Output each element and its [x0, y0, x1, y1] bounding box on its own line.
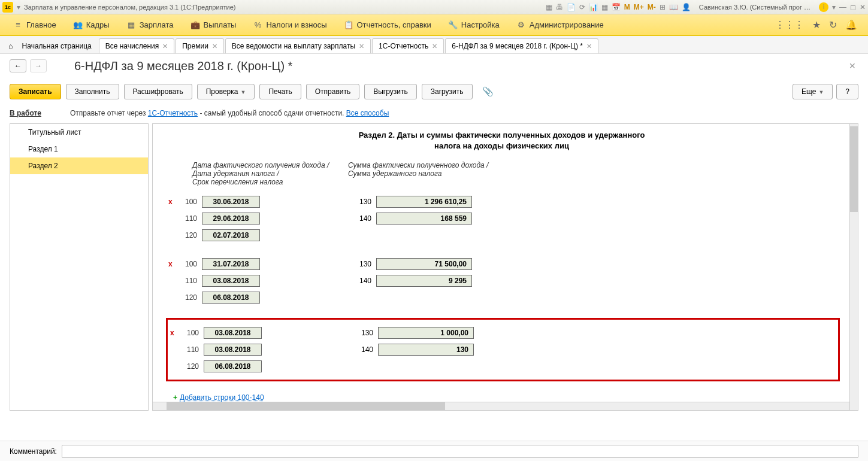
info-icon[interactable]: i — [819, 2, 828, 12]
bell-icon[interactable]: 🔔 — [845, 19, 857, 31]
minimize-icon[interactable]: — — [839, 3, 846, 11]
dropdown-icon[interactable]: ▾ — [17, 3, 20, 11]
history-icon[interactable]: ↻ — [829, 19, 837, 31]
close-document-icon[interactable]: ✕ — [846, 59, 858, 73]
data-block: x10030.06.20181301 296 610,2511029.06.20… — [168, 193, 840, 244]
comment-input[interactable] — [62, 445, 858, 458]
menu-payments[interactable]: 💼Выплаты — [182, 14, 245, 35]
star-icon[interactable]: ★ — [812, 19, 821, 31]
close-icon[interactable]: ✕ — [586, 43, 592, 50]
row-code: 140 — [353, 277, 371, 285]
toolbar-icon[interactable]: ▦ — [546, 3, 552, 11]
fill-button[interactable]: Заполнить — [66, 84, 119, 99]
row-code: 100 — [182, 329, 199, 337]
delete-icon[interactable]: x — [168, 260, 176, 268]
decode-button[interactable]: Расшифровать — [124, 84, 192, 99]
date-field[interactable]: 06.08.2018 — [204, 360, 262, 372]
menu-reports[interactable]: 📋Отчетность, справки — [335, 14, 440, 35]
close-icon[interactable]: ✕ — [359, 43, 364, 50]
delete-icon[interactable]: x — [168, 198, 176, 206]
help-button[interactable]: ? — [836, 84, 858, 99]
data-row: 11003.08.2018140130 — [170, 341, 836, 358]
amount-field[interactable]: 130 — [378, 344, 474, 356]
list-icon: ≡ — [13, 20, 23, 30]
check-button[interactable]: Проверка▼ — [197, 84, 255, 99]
amount-field[interactable]: 1 296 610,25 — [376, 196, 472, 208]
menu-taxes[interactable]: %Налоги и взносы — [244, 14, 335, 35]
m-plus-icon[interactable]: M+ — [634, 3, 644, 11]
menu-admin[interactable]: ⚙Администрирование — [508, 14, 612, 35]
all-methods-link[interactable]: Все способы — [346, 109, 389, 117]
home-icon: ⌂ — [8, 42, 13, 50]
amount-field[interactable]: 9 295 — [376, 275, 472, 287]
close-icon[interactable]: ✕ — [162, 43, 168, 50]
reload-icon[interactable]: ⟳ — [579, 3, 585, 11]
book-icon[interactable]: 📖 — [669, 3, 678, 11]
sidebar-item-section-2[interactable]: Раздел 2 — [10, 157, 148, 174]
vertical-scrollbar[interactable] — [849, 124, 858, 410]
row-code: 140 — [353, 214, 371, 223]
date-field[interactable]: 31.07.2018 — [202, 258, 260, 270]
window-title: Зарплата и управление персоналом, редакц… — [24, 4, 546, 11]
more-button[interactable]: Еще▼ — [793, 84, 833, 99]
tab-accruals[interactable]: Все начисления✕ — [99, 38, 175, 53]
form-area: Раздел 2. Даты и суммы фактически получе… — [152, 123, 858, 411]
doc-icon[interactable]: 📄 — [567, 3, 576, 11]
calendar-icon[interactable]: 📅 — [612, 3, 621, 11]
save-button[interactable]: Записать — [10, 84, 61, 99]
amount-field[interactable]: 71 500,00 — [376, 258, 472, 270]
date-field[interactable]: 29.06.2018 — [202, 213, 260, 225]
data-row: x10003.08.20181301 000,00 — [170, 324, 836, 341]
attach-icon[interactable]: 📎 — [477, 84, 498, 99]
sidebar-item-section-1[interactable]: Раздел 1 — [10, 141, 148, 157]
close-icon[interactable]: ✕ — [432, 43, 437, 50]
apps-icon[interactable]: ⋮⋮⋮ — [775, 19, 804, 31]
add-rows-link[interactable]: +Добавить строки 100-140 — [173, 393, 840, 402]
send-button[interactable]: Отправить — [306, 84, 360, 99]
system-toolbar: ▦ 🖶 📄 ⟳ 📊 ▦ 📅 M M+ M- ⊞ 📖 👤 Савинская З.… — [546, 2, 866, 12]
status-label[interactable]: В работе — [10, 109, 41, 117]
menu-settings[interactable]: 🔧Настройка — [440, 14, 508, 35]
amount-field[interactable]: 168 559 — [376, 213, 472, 225]
content-area: ← → 6-НДФЛ за 9 месяцев 2018 г. (Крон-Ц)… — [0, 54, 868, 441]
menu-staff[interactable]: 👥Кадры — [65, 14, 118, 35]
chart-icon[interactable]: 📊 — [589, 3, 598, 11]
grid-icon[interactable]: ▦ — [601, 3, 608, 11]
menu-salary[interactable]: ▦Зарплата — [118, 14, 182, 35]
close-icon[interactable]: ✕ — [860, 3, 866, 11]
date-field[interactable]: 06.08.2018 — [202, 292, 260, 304]
row-code: 140 — [355, 345, 373, 354]
calc-icon: ▦ — [126, 20, 136, 30]
tab-home[interactable]: ⌂ Начальная страница — [2, 38, 98, 53]
tab-payrolls[interactable]: Все ведомости на выплату зарплаты✕ — [225, 38, 371, 53]
date-field[interactable]: 03.08.2018 — [204, 344, 262, 356]
tab-reporting[interactable]: 1С-Отчетность✕ — [372, 38, 444, 53]
reporting-link[interactable]: 1С-Отчетность — [148, 109, 198, 117]
forward-button[interactable]: → — [30, 59, 47, 72]
amount-field[interactable]: 1 000,00 — [378, 327, 474, 339]
tab-bonuses[interactable]: Премии✕ — [176, 38, 224, 53]
back-button[interactable]: ← — [10, 59, 26, 72]
date-field[interactable]: 03.08.2018 — [202, 275, 260, 287]
print-button[interactable]: Печать — [259, 84, 301, 99]
close-icon[interactable]: ✕ — [212, 43, 217, 50]
menu-main[interactable]: ≡Главное — [5, 14, 65, 35]
import-button[interactable]: Загрузить — [422, 84, 473, 99]
dropdown-icon[interactable]: ▾ — [832, 3, 836, 11]
nav-icon[interactable]: ⊞ — [660, 3, 666, 11]
row-code: 120 — [182, 362, 199, 371]
app-logo: 1c — [2, 2, 13, 13]
m-icon[interactable]: M — [624, 3, 630, 11]
print-icon[interactable]: 🖶 — [556, 3, 563, 11]
maximize-icon[interactable]: ◻ — [850, 3, 856, 11]
horizontal-scrollbar[interactable] — [153, 402, 849, 410]
status-row: В работе Отправьте отчет через 1С-Отчетн… — [10, 105, 858, 123]
delete-icon[interactable]: x — [170, 329, 177, 337]
m-minus-icon[interactable]: M- — [648, 3, 656, 11]
sidebar-item-title-page[interactable]: Титульный лист — [10, 124, 148, 141]
export-button[interactable]: Выгрузить — [364, 84, 417, 99]
date-field[interactable]: 03.08.2018 — [204, 327, 262, 339]
date-field[interactable]: 30.06.2018 — [202, 196, 260, 208]
date-field[interactable]: 02.07.2018 — [202, 229, 260, 241]
tab-6ndfl[interactable]: 6-НДФЛ за 9 месяцев 2018 г. (Крон-Ц) *✕ — [445, 38, 598, 53]
